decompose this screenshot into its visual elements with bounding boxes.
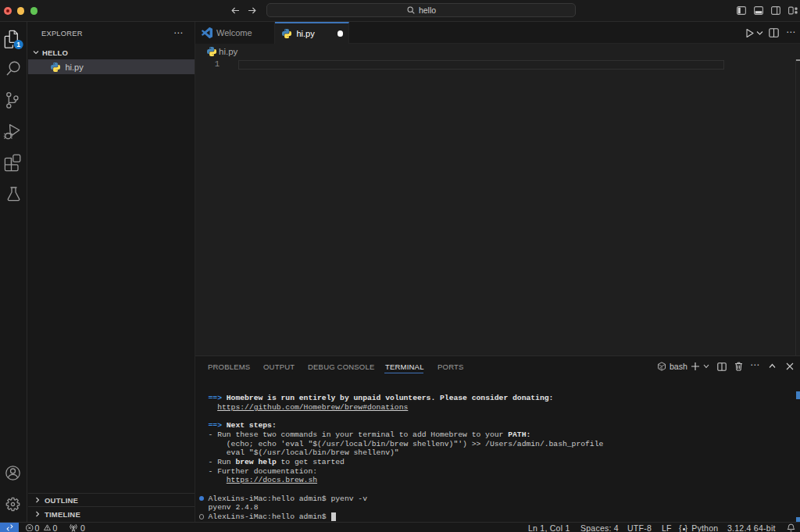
svg-text:1: 1 [16,41,20,48]
